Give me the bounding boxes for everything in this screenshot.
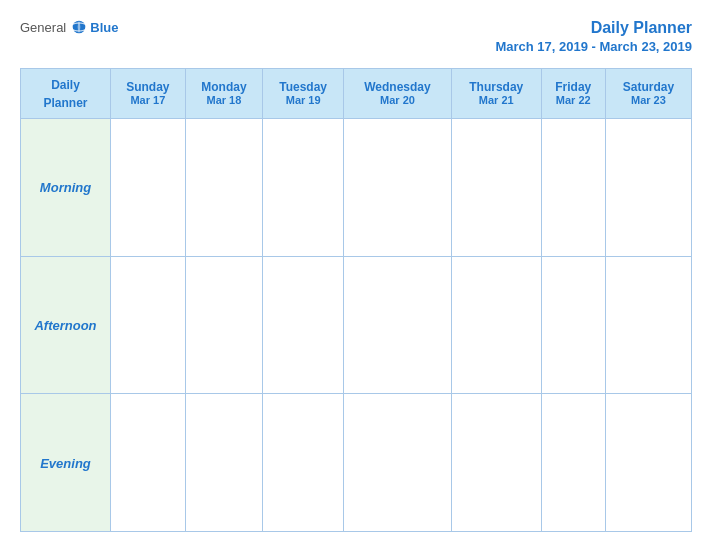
afternoon-wednesday[interactable] [344, 256, 452, 394]
logo: General Blue [20, 18, 118, 36]
morning-label: Morning [21, 118, 111, 256]
day-header-saturday: Saturday Mar 23 [605, 68, 691, 118]
morning-monday[interactable] [185, 118, 263, 256]
date-range: March 17, 2019 - March 23, 2019 [495, 39, 692, 54]
afternoon-row: Afternoon [21, 256, 692, 394]
afternoon-monday[interactable] [185, 256, 263, 394]
evening-sunday[interactable] [111, 394, 186, 532]
afternoon-thursday[interactable] [451, 256, 541, 394]
evening-saturday[interactable] [605, 394, 691, 532]
logo-general-text: General [20, 20, 66, 35]
evening-tuesday[interactable] [263, 394, 344, 532]
morning-thursday[interactable] [451, 118, 541, 256]
evening-wednesday[interactable] [344, 394, 452, 532]
afternoon-friday[interactable] [541, 256, 605, 394]
morning-wednesday[interactable] [344, 118, 452, 256]
afternoon-saturday[interactable] [605, 256, 691, 394]
afternoon-tuesday[interactable] [263, 256, 344, 394]
label-header: DailyPlanner [21, 68, 111, 118]
page: General Blue Daily Planner March 17, 201… [0, 0, 712, 550]
evening-friday[interactable] [541, 394, 605, 532]
header: General Blue Daily Planner March 17, 201… [20, 18, 692, 54]
morning-friday[interactable] [541, 118, 605, 256]
morning-tuesday[interactable] [263, 118, 344, 256]
evening-monday[interactable] [185, 394, 263, 532]
logo-area: General Blue [20, 18, 118, 36]
day-header-wednesday: Wednesday Mar 20 [344, 68, 452, 118]
morning-sunday[interactable] [111, 118, 186, 256]
calendar-table: DailyPlanner Sunday Mar 17 Monday Mar 18… [20, 68, 692, 532]
day-header-sunday: Sunday Mar 17 [111, 68, 186, 118]
evening-label: Evening [21, 394, 111, 532]
morning-saturday[interactable] [605, 118, 691, 256]
evening-row: Evening [21, 394, 692, 532]
afternoon-label: Afternoon [21, 256, 111, 394]
page-title: Daily Planner [495, 18, 692, 39]
afternoon-sunday[interactable] [111, 256, 186, 394]
header-row: DailyPlanner Sunday Mar 17 Monday Mar 18… [21, 68, 692, 118]
title-area: Daily Planner March 17, 2019 - March 23,… [495, 18, 692, 54]
day-header-friday: Friday Mar 22 [541, 68, 605, 118]
day-header-monday: Monday Mar 18 [185, 68, 263, 118]
logo-blue-text: Blue [90, 20, 118, 35]
globe-icon [70, 18, 88, 36]
morning-row: Morning [21, 118, 692, 256]
day-header-thursday: Thursday Mar 21 [451, 68, 541, 118]
day-header-tuesday: Tuesday Mar 19 [263, 68, 344, 118]
evening-thursday[interactable] [451, 394, 541, 532]
